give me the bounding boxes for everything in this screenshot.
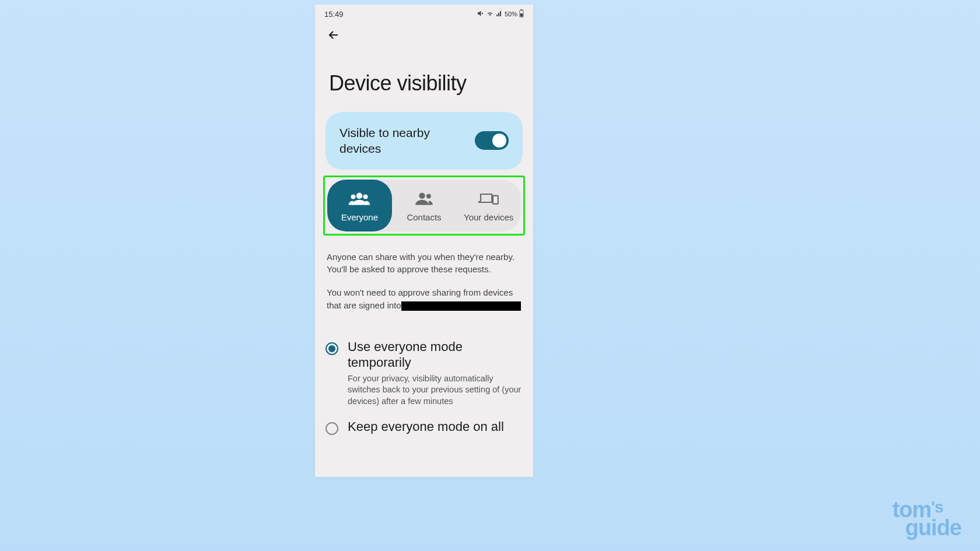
- segment-everyone[interactable]: Everyone: [327, 180, 392, 231]
- battery-text: 50%: [505, 10, 517, 17]
- redacted-email: [401, 301, 521, 311]
- battery-icon: [519, 9, 524, 19]
- arrow-left-icon: [327, 28, 341, 42]
- radio-keep-on[interactable]: Keep everyone mode on all: [326, 413, 523, 441]
- svg-rect-1: [520, 9, 522, 10]
- radio-circle-selected: [326, 342, 338, 355]
- radio-temporarily-title: Use everyone mode temporarily: [348, 339, 523, 371]
- visibility-segmented-control: Everyone Contacts Your devices: [327, 180, 521, 231]
- desc-para-2: You won't need to approve sharing from d…: [327, 286, 522, 312]
- segment-everyone-label: Everyone: [341, 212, 378, 222]
- svg-rect-8: [493, 195, 498, 203]
- highlight-box: Everyone Contacts Your devices: [323, 176, 525, 236]
- contacts-icon: [412, 190, 436, 206]
- radio-temporarily-desc: For your privacy, visibility automatical…: [348, 373, 523, 408]
- radio-temporarily[interactable]: Use everyone mode temporarily For your p…: [326, 333, 523, 413]
- page-title: Device visibility: [315, 49, 533, 112]
- segment-your-devices-label: Your devices: [464, 212, 513, 222]
- everyone-mode-radio-group: Use everyone mode temporarily For your p…: [315, 322, 533, 441]
- radio-circle-unselected: [326, 422, 338, 435]
- signal-icon: [496, 10, 503, 18]
- toggle-knob: [492, 134, 506, 148]
- radio-keep-on-title: Keep everyone mode on all: [348, 419, 523, 435]
- toggle-label: Visible to nearby devices: [340, 125, 456, 157]
- mute-icon: [477, 10, 484, 18]
- back-button[interactable]: [315, 21, 533, 49]
- desc-para-1: Anyone can share with you when they're n…: [327, 251, 522, 276]
- svg-point-6: [419, 192, 425, 199]
- wifi-icon: [486, 10, 494, 18]
- segment-contacts[interactable]: Contacts: [392, 180, 457, 231]
- visibility-toggle-card[interactable]: Visible to nearby devices: [326, 112, 523, 170]
- radio-dot: [328, 345, 335, 352]
- status-bar: 15:49 50%: [315, 5, 533, 21]
- everyone-icon: [347, 190, 372, 206]
- svg-point-7: [426, 194, 431, 198]
- phone-screen: 15:49 50% Device visibility Visible to n…: [315, 5, 533, 477]
- svg-rect-2: [520, 13, 523, 16]
- svg-point-4: [351, 194, 356, 199]
- svg-point-3: [356, 192, 363, 199]
- svg-point-5: [363, 194, 368, 199]
- watermark-logo: tom's guide: [892, 501, 961, 537]
- description-text: Anyone can share with you when they're n…: [315, 236, 533, 312]
- status-time: 15:49: [324, 10, 344, 19]
- devices-icon: [477, 190, 501, 206]
- segment-your-devices[interactable]: Your devices: [456, 180, 521, 231]
- toggle-switch[interactable]: [475, 131, 509, 150]
- status-icons: 50%: [477, 9, 524, 19]
- segment-contacts-label: Contacts: [407, 212, 441, 222]
